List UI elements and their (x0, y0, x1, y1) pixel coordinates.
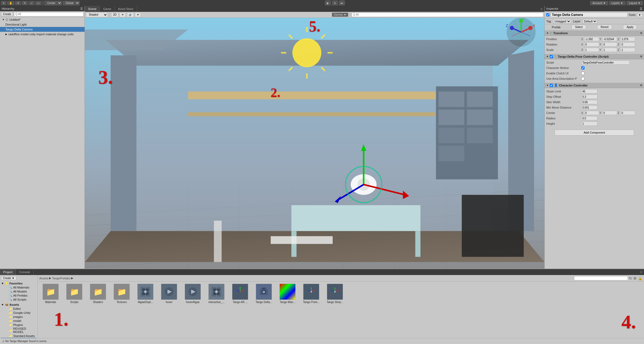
proj-all-materials[interactable]: 🔍 All Materials (1, 285, 36, 289)
char-motion-checkbox[interactable] (581, 66, 584, 70)
tool-rect[interactable]: ▭ (35, 1, 41, 5)
unity-menu-button[interactable]: ≡ (1, 1, 6, 5)
audio-btn[interactable]: 🔊 (127, 12, 134, 17)
script-input[interactable] (581, 60, 630, 65)
radius-input[interactable] (581, 116, 597, 120)
hierarchy-menu-icon[interactable]: ☰ (80, 7, 83, 11)
scene-view[interactable]: X Y Z 3. 2. 5. (85, 18, 544, 269)
rotation-y-input[interactable] (602, 42, 617, 47)
account-button[interactable]: Account ▼ (590, 1, 608, 5)
rotation-x-input[interactable] (584, 42, 599, 47)
static-dropdown-button[interactable]: ▼ (637, 13, 642, 17)
step-button[interactable]: ⏭ (339, 1, 345, 5)
proj-images[interactable]: 📁images (1, 315, 36, 319)
pose-options[interactable]: ⚙ (640, 55, 642, 58)
asset-tango-simp[interactable]: Tango Simp... (324, 284, 346, 304)
scale-z-input[interactable] (620, 48, 635, 52)
rotation-z-input[interactable] (620, 42, 635, 47)
center-y-input[interactable] (602, 111, 617, 115)
proj-editor[interactable]: 📁Editor (1, 307, 36, 311)
object-name-input[interactable] (551, 12, 628, 17)
proj-all-scripts[interactable]: 🔍 All Scripts (1, 297, 36, 301)
position-z-input[interactable] (620, 37, 635, 41)
asset-tango-man[interactable]: Tango Man... (277, 284, 298, 304)
pivot-select[interactable]: CenterPivot (44, 1, 62, 5)
fx-btn[interactable]: ✦ (135, 12, 141, 17)
add-component-button[interactable]: Add Component (555, 130, 634, 135)
proj-settings-button[interactable]: ⚙ (633, 276, 637, 280)
pose-controller-header[interactable]: ▼ ⬡ Tango Delta Pose Controller (Script)… (545, 54, 644, 59)
step-offset-input[interactable] (581, 95, 597, 99)
tab-console[interactable]: Console (16, 269, 33, 275)
play-button[interactable]: ▶ (325, 1, 331, 5)
layer-select[interactable]: Default (583, 19, 597, 23)
proj-google-unity[interactable]: 📁Google-Unity (1, 311, 36, 315)
proj-model[interactable]: 📁model (1, 319, 36, 323)
hier-item-tango-camera[interactable]: Tango Delta Camera (0, 27, 85, 32)
layers-button[interactable]: Layers ▼ (609, 1, 626, 5)
skin-width-input[interactable] (581, 100, 597, 104)
hier-item-untitled[interactable]: ▼ ⬡ Untitled* (0, 17, 85, 22)
lighting-btn[interactable]: ☀ (120, 12, 126, 17)
proj-all-prefabs[interactable]: 🔍 All Prefabs (1, 293, 36, 297)
proj-all-models[interactable]: 🔍 All Models (1, 289, 36, 293)
position-y-input[interactable] (602, 37, 617, 41)
min-move-input[interactable] (581, 105, 597, 110)
center-z-input[interactable] (620, 111, 635, 115)
scale-y-input[interactable] (602, 48, 617, 52)
transform-component-header[interactable]: ▼ ⊞ Transform ⚙ (545, 30, 644, 36)
asset-tango-delta[interactable]: Tango Delta... (253, 284, 275, 304)
favorites-header[interactable]: ▼ ⭐ Favorites (1, 281, 36, 285)
tool-hand[interactable]: ✋ (7, 1, 14, 5)
asset-shaders[interactable]: 📁 Shaders (87, 284, 109, 304)
assets-header[interactable]: ▼ 📦 Assets (1, 303, 36, 307)
use-area-checkbox[interactable] (581, 77, 584, 80)
tag-select[interactable]: Untagged (553, 19, 571, 23)
proj-standard-assets[interactable]: 📁Standard Assets (1, 334, 36, 338)
hier-item-directional-light[interactable]: Directional Light (0, 22, 85, 27)
pause-button[interactable]: ⏸ (332, 1, 338, 5)
tab-scene[interactable]: Scene (85, 6, 100, 12)
slope-limit-input[interactable] (581, 89, 597, 93)
proj-revised-model[interactable]: 📁REVISED MODEL (1, 327, 36, 334)
shading-select[interactable]: ShadedWireframe (86, 12, 108, 17)
2d-toggle[interactable]: 2D (111, 12, 118, 17)
breadcrumb-assets[interactable]: Assets (39, 277, 48, 280)
proj-refresh-button[interactable]: ↻ (629, 276, 632, 280)
hierarchy-create-button[interactable]: Create (1, 12, 13, 16)
asset-interactive[interactable]: interactive_... (206, 284, 227, 304)
project-search-input[interactable] (574, 276, 628, 280)
breadcrumb-tango-prefabs[interactable]: TangoPrefabs (52, 277, 70, 280)
enable-clutch-checkbox[interactable] (581, 72, 584, 75)
tab-asset-store[interactable]: Asset Store (115, 6, 137, 12)
pose-enabled-checkbox[interactable] (550, 55, 553, 58)
scale-x-input[interactable] (584, 48, 599, 52)
gizmos-button[interactable]: Gizmos ▼ (332, 13, 348, 17)
project-create-button[interactable]: Create ▼ (1, 276, 16, 280)
tab-game[interactable]: Game (100, 6, 115, 12)
char-ctrl-enabled-checkbox[interactable] (550, 84, 553, 87)
proj-plugins[interactable]: 📁Plugins (1, 323, 36, 327)
space-select[interactable]: GlobalLocal (63, 1, 80, 5)
layout-button[interactable]: Layout ▼ (626, 1, 643, 5)
char-controller-header[interactable]: ▼ 👤 Character Controller ⚙ (545, 82, 644, 88)
position-x-input[interactable] (584, 37, 599, 41)
center-x-input[interactable] (584, 111, 599, 115)
hierarchy-search-input[interactable] (14, 12, 83, 16)
hier-item-radoffice[interactable]: ▶ radoffice model unity import material … (0, 32, 85, 37)
char-ctrl-options[interactable]: ⚙ (640, 84, 642, 87)
prefab-revert-button[interactable]: Revert (597, 25, 612, 29)
transform-options[interactable]: ⚙ (640, 32, 642, 34)
scene-search-input[interactable] (352, 13, 543, 17)
asset-tango-point[interactable]: Tango Point... (300, 284, 322, 304)
prefab-apply-button[interactable]: Apply (623, 25, 637, 29)
tool-rotate[interactable]: ↻ (22, 1, 28, 5)
asset-textures[interactable]: 📁 Textures (111, 284, 132, 304)
asset-algae-displ[interactable]: AlgaeDispl... (135, 284, 156, 304)
prefab-select-button[interactable]: Select (572, 25, 586, 29)
asset-materials[interactable]: 📁 Materials (40, 284, 61, 304)
asset-hover-algae[interactable]: hoverAlgae (182, 284, 204, 304)
asset-tango-ar[interactable]: Tango AR ... (229, 284, 251, 304)
tool-move[interactable]: ✛ (15, 1, 21, 5)
height-input[interactable] (581, 121, 597, 126)
